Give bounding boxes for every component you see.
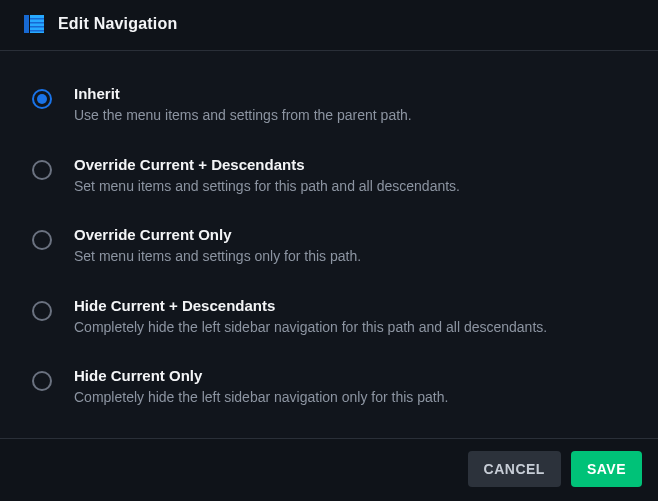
option-title: Hide Current Only [74,367,448,384]
save-button[interactable]: SAVE [571,451,642,487]
radio-hide-current-only[interactable] [32,371,52,391]
option-text: Override Current + Descendants Set menu … [74,156,460,197]
option-inherit[interactable]: Inherit Use the menu items and settings … [24,73,634,144]
svg-rect-4 [30,26,44,28]
option-hide-current-only[interactable]: Hide Current Only Completely hide the le… [24,355,634,426]
option-description: Set menu items and settings only for thi… [74,247,361,267]
option-text: Hide Current Only Completely hide the le… [74,367,448,408]
option-title: Override Current + Descendants [74,156,460,173]
option-description: Completely hide the left sidebar navigat… [74,318,547,338]
option-title: Override Current Only [74,226,361,243]
radio-inherit[interactable] [32,89,52,109]
option-description: Completely hide the left sidebar navigat… [74,388,448,408]
option-override-current-descendants[interactable]: Override Current + Descendants Set menu … [24,144,634,215]
option-override-current-only[interactable]: Override Current Only Set menu items and… [24,214,634,285]
edit-navigation-dialog: Edit Navigation Inherit Use the menu ite… [0,0,658,501]
dialog-header: Edit Navigation [0,0,658,51]
dialog-footer: CANCEL SAVE [0,438,658,501]
radio-override-current-only[interactable] [32,230,52,250]
navigation-icon [24,14,44,34]
options-list: Inherit Use the menu items and settings … [0,51,658,438]
option-description: Set menu items and settings for this pat… [74,177,460,197]
option-text: Hide Current + Descendants Completely hi… [74,297,547,338]
svg-rect-0 [24,15,29,33]
dialog-title: Edit Navigation [58,15,177,33]
radio-override-current-descendants[interactable] [32,160,52,180]
option-title: Inherit [74,85,412,102]
option-description: Use the menu items and settings from the… [74,106,412,126]
option-text: Inherit Use the menu items and settings … [74,85,412,126]
svg-rect-5 [30,30,44,32]
svg-rect-2 [30,18,44,20]
cancel-button[interactable]: CANCEL [468,451,561,487]
option-hide-current-descendants[interactable]: Hide Current + Descendants Completely hi… [24,285,634,356]
svg-rect-3 [30,22,44,24]
option-title: Hide Current + Descendants [74,297,547,314]
option-text: Override Current Only Set menu items and… [74,226,361,267]
radio-hide-current-descendants[interactable] [32,301,52,321]
